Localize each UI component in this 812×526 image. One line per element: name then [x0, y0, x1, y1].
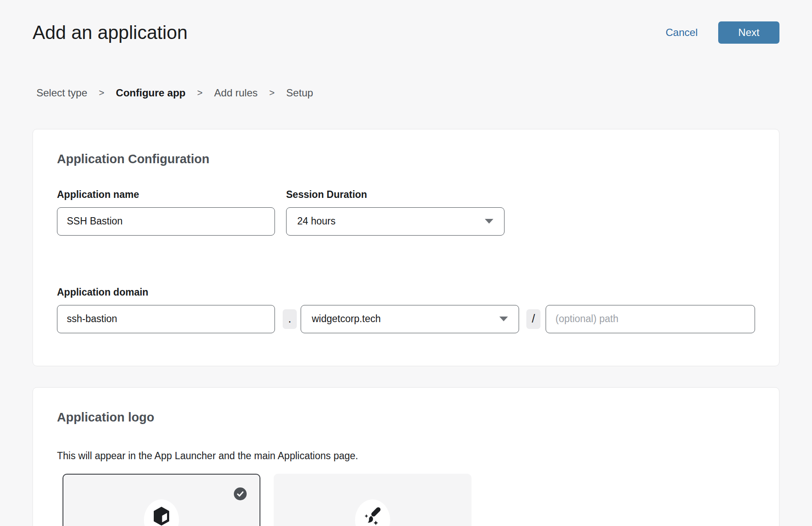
- application-name-label: Application name: [57, 188, 275, 200]
- page-title: Add an application: [33, 21, 188, 44]
- chevron-down-icon: [499, 317, 508, 321]
- add-application-page: Add an application Cancel Next Select ty…: [0, 21, 812, 526]
- next-button[interactable]: Next: [718, 21, 779, 44]
- breadcrumb-step-add-rules[interactable]: Add rules: [214, 87, 257, 99]
- breadcrumb-separator-icon: >: [269, 87, 275, 99]
- wizard-breadcrumb: Select type > Configure app > Add rules …: [33, 87, 779, 99]
- session-duration-select[interactable]: 24 hours: [286, 207, 505, 236]
- logo-options: [63, 474, 755, 526]
- logo-option-custom[interactable]: [274, 474, 472, 526]
- paintbrush-icon: [363, 506, 382, 526]
- path-input[interactable]: [546, 305, 755, 333]
- session-duration-group: Session Duration 24 hours: [286, 188, 505, 236]
- application-domain-label: Application domain: [57, 286, 755, 298]
- section-title-application-logo: Application logo: [57, 410, 755, 424]
- session-duration-label: Session Duration: [286, 188, 505, 200]
- application-name-group: Application name: [57, 188, 275, 236]
- logo-circle: [144, 499, 179, 526]
- logo-option-default[interactable]: [63, 474, 260, 526]
- selected-check-icon: [234, 487, 247, 500]
- cube-icon: [153, 506, 170, 526]
- header-actions: Cancel Next: [666, 21, 779, 44]
- application-name-input[interactable]: [57, 207, 275, 236]
- breadcrumb-separator-icon: >: [197, 87, 203, 99]
- cancel-button[interactable]: Cancel: [666, 27, 698, 39]
- logo-circle: [355, 499, 390, 526]
- page-header: Add an application Cancel Next: [33, 21, 779, 44]
- application-logo-card: Application logo This will appear in the…: [33, 387, 779, 526]
- application-domain-row: . widgetcorp.tech /: [57, 298, 755, 333]
- application-logo-description: This will appear in the App Launcher and…: [57, 450, 755, 461]
- chevron-down-icon: [485, 219, 493, 224]
- domain-select-value: widgetcorp.tech: [312, 313, 381, 325]
- subdomain-input[interactable]: [57, 305, 275, 333]
- breadcrumb-separator-icon: >: [99, 87, 104, 99]
- breadcrumb-step-setup[interactable]: Setup: [286, 87, 313, 99]
- application-configuration-card: Application Configuration Application na…: [33, 129, 779, 366]
- section-title-application-configuration: Application Configuration: [57, 152, 755, 166]
- breadcrumb-step-select-type[interactable]: Select type: [36, 87, 87, 99]
- domain-slash-separator: /: [526, 309, 540, 329]
- breadcrumb-step-configure-app: Configure app: [116, 87, 186, 99]
- domain-select[interactable]: widgetcorp.tech: [301, 305, 519, 333]
- session-duration-value: 24 hours: [297, 215, 336, 227]
- domain-dot-separator: .: [283, 309, 297, 329]
